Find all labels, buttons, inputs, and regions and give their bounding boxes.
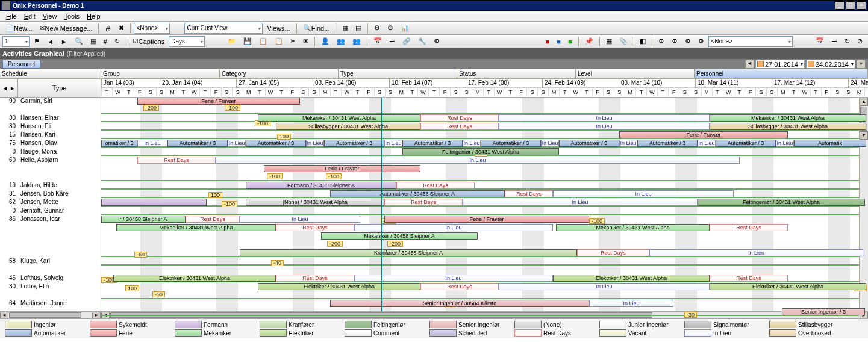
gantt-bar[interactable]: Automatiker / 3 [716, 140, 776, 147]
week-cell[interactable]: Jan 14 (03) [101, 79, 160, 88]
day-cell[interactable]: F [439, 88, 450, 98]
date-prev-button[interactable]: ◄ [745, 60, 754, 69]
filter-combo-2[interactable]: <None> [708, 36, 793, 47]
gantt-bar[interactable]: In Lieu [649, 249, 863, 256]
week-cell[interactable]: 24. Feb 14 (09) [542, 79, 619, 88]
view-mode-1-icon[interactable]: ▦ [339, 23, 351, 34]
person-row[interactable]: 75Hansen, Olav [0, 140, 101, 148]
person-row[interactable]: 45Lofthus, Solveig [0, 275, 101, 283]
gantt-bar[interactable]: Ferie / Fravær [384, 216, 589, 223]
person-row[interactable]: 58Kluge, Kari [0, 258, 101, 266]
gantt-bar[interactable]: In Lieu [589, 300, 673, 307]
day-cell[interactable]: M [777, 88, 788, 98]
gantt-bar[interactable]: Feltingeniør / 30431 West Alpha [402, 148, 559, 155]
gantt-bar[interactable]: omatiker / 3 [101, 140, 137, 147]
menu-view[interactable]: View [39, 11, 61, 21]
gantt-bar[interactable]: In Lieu [240, 216, 360, 223]
day-cell[interactable]: M [396, 88, 407, 98]
gantt-bar[interactable] [101, 199, 207, 206]
day-cell[interactable]: T [505, 88, 516, 98]
day-cell[interactable]: S [221, 88, 232, 98]
gantt-bar[interactable]: In Lieu [553, 190, 734, 197]
day-cell[interactable]: S [298, 88, 308, 98]
tab-personnel[interactable]: Personnel [2, 60, 40, 69]
day-cell[interactable]: S [461, 88, 472, 98]
gantt-bar[interactable]: Mekaniker / 30431 West Alpha [258, 114, 420, 122]
day-cell[interactable]: W [570, 88, 581, 98]
day-cell[interactable]: F [287, 88, 298, 98]
copy-icon[interactable]: 📋 [256, 36, 270, 47]
day-cell[interactable]: F [363, 88, 373, 98]
group-icon[interactable]: 👥 [334, 36, 348, 47]
person-row[interactable]: 30Hansen, Einar [0, 114, 101, 123]
cfg-icon[interactable]: ⚙ [431, 36, 443, 47]
day-cell[interactable]: W [646, 88, 657, 98]
week-cell[interactable]: 17. Mar 14 (12) [772, 79, 848, 88]
week-cell[interactable]: 10. Mar 14 (11) [695, 79, 772, 88]
people-icon[interactable]: 👥 [349, 36, 364, 47]
nav-prev-icon[interactable]: ◄ [44, 36, 57, 47]
day-cell[interactable]: F [668, 88, 679, 98]
day-cell[interactable]: S [679, 88, 690, 98]
gantt-bar[interactable]: Rest Days [505, 190, 553, 197]
folder-icon[interactable]: 📁 [225, 36, 239, 47]
day-cell[interactable]: M [243, 88, 254, 98]
day-cell[interactable]: F [210, 88, 221, 98]
table-icon[interactable]: ▦ [603, 36, 615, 47]
paste-icon[interactable]: 📋 [272, 36, 286, 47]
grid-icon[interactable]: ▦ [87, 36, 99, 47]
gantt-bar[interactable]: In Lieu [216, 157, 740, 164]
day-cell[interactable]: S [308, 88, 319, 98]
day-cell[interactable]: M [167, 88, 178, 98]
gantt-bar[interactable]: Senior Ingeniør / 30584 Kårstø [330, 300, 589, 307]
week-cell[interactable]: 03. Feb 14 (06) [313, 79, 389, 88]
gantt-bar[interactable]: Automatik [794, 140, 866, 147]
person-row[interactable]: 0Hauge, Mona [0, 148, 101, 157]
gantt-bar[interactable]: Automatiker / 3 [637, 140, 698, 147]
col-personnel[interactable]: Personnel [695, 69, 868, 78]
day-cell[interactable]: F [821, 88, 832, 98]
menu-help[interactable]: Help [83, 11, 104, 21]
find-button[interactable]: 🔍 Find... [300, 23, 333, 34]
minimize-button[interactable]: _ [835, 1, 845, 10]
day-cell[interactable]: T [734, 88, 745, 98]
gantt-bar[interactable]: Formann / 30458 Sleipner A [246, 182, 396, 189]
day-cell[interactable]: T [657, 88, 668, 98]
gantt-bar[interactable]: Stillasbygger / 30431 West Alpha [276, 123, 420, 130]
sync-icon[interactable]: ↻ [841, 36, 853, 47]
gantt-bar[interactable]: Elektriker / 30431 West Alpha [710, 283, 866, 290]
person-row[interactable]: 86Jonassen, Idar [0, 216, 101, 258]
gantt-bar[interactable]: Mekaniker / 30431 West Alpha [556, 224, 710, 231]
gantt-bar[interactable]: Automatiker / 3 [324, 140, 384, 147]
person-row[interactable]: 15Hansen, Kari [0, 131, 101, 140]
gantt-bar[interactable]: Automatiker / 3 [167, 140, 228, 147]
day-cell[interactable]: M [319, 88, 330, 98]
day-cell[interactable]: S [526, 88, 537, 98]
gantt-bar[interactable]: Rest Days [420, 114, 499, 122]
help-icon[interactable]: ⊘ [854, 36, 866, 47]
day-cell[interactable]: T [864, 88, 868, 98]
refresh-icon[interactable]: ↻ [111, 36, 123, 47]
day-cell[interactable]: F [516, 88, 526, 98]
gantt-bar[interactable]: In Lieu [228, 140, 246, 147]
cal2-icon[interactable]: 📅 [813, 36, 827, 47]
print-button[interactable]: 🖨 [102, 23, 114, 34]
gantt-bar[interactable]: Mekaniker / 30431 West Alpha [116, 224, 276, 231]
zoom-icon[interactable]: 🔍 [72, 36, 86, 47]
gantt-bar[interactable]: Rest Days [396, 182, 475, 189]
col-level[interactable]: Level [576, 69, 695, 78]
person-row[interactable]: 19Jaldum, Hilde [0, 182, 101, 190]
tool-icon-b[interactable]: ⚙ [384, 23, 396, 34]
task-icon[interactable]: ☰ [386, 36, 398, 47]
day-cell[interactable]: W [189, 88, 199, 98]
day-cell[interactable]: W [723, 88, 734, 98]
gantt-bar[interactable]: In Lieu [499, 283, 710, 290]
gantt-bar[interactable]: Rest Days [137, 157, 216, 164]
day-cell[interactable]: T [101, 88, 112, 98]
view-mode-2-icon[interactable]: ▤ [352, 23, 364, 34]
misc-icon-1[interactable]: ⚙ [655, 36, 667, 47]
col-schedule[interactable]: Schedule [0, 69, 101, 78]
gantt-bar[interactable]: In Lieu [354, 224, 553, 231]
gantt-bar[interactable]: Elektriker / 30431 West Alpha [258, 283, 420, 290]
day-cell[interactable]: F [745, 88, 755, 98]
